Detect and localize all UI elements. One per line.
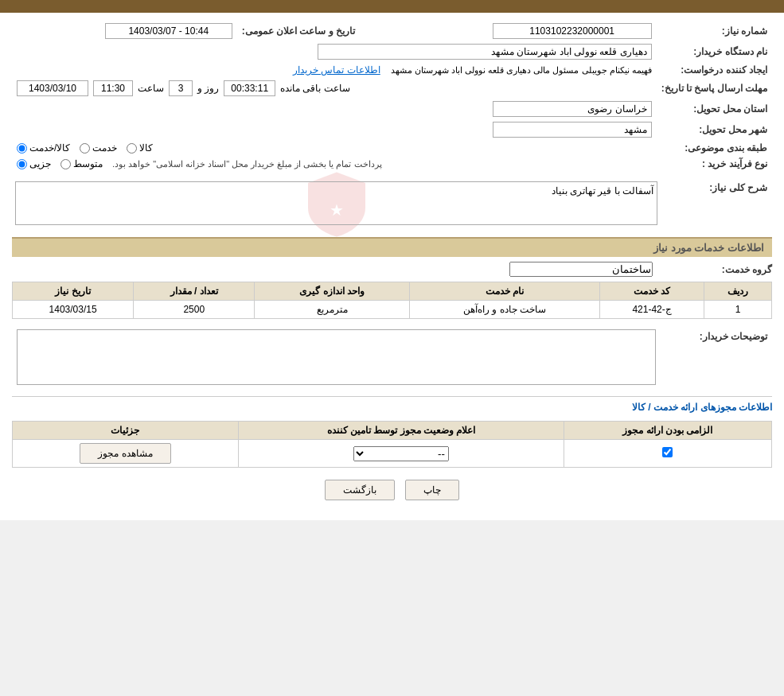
shahr-input[interactable] (493, 122, 652, 138)
main-content: شماره نیاز: تاریخ و ساعت اعلان عمومی: نا… (0, 13, 784, 520)
bazgasht-button[interactable]: بازگشت (325, 480, 395, 500)
table-row: 1ج-42-421ساخت جاده و راه‌آهنمترمربع25001… (13, 301, 772, 319)
col-tarikh: تاریخ نیاز (13, 282, 134, 301)
ostan-label: استان محل تحویل: (657, 99, 772, 119)
taarikh-value (12, 21, 237, 41)
tabaqe-khedmat-item: خدمت (80, 142, 117, 154)
tabaqe-cell: کالا خدمت کالا/خدمت (12, 140, 657, 156)
noeFarayand-motavasset-item: متوسط (60, 158, 103, 169)
tabaqe-kala-radio[interactable] (127, 143, 137, 154)
tabaqe-kala-label: کالا (139, 142, 153, 154)
mohlat-label: مهلت ارسال پاسخ تا تاریخ: (657, 78, 772, 99)
chap-button[interactable]: چاپ (405, 480, 459, 500)
noeFarayand-motavasset-label: متوسط (73, 158, 103, 169)
mohlat-saat-input[interactable] (93, 80, 133, 96)
mojawez-joziyat-button[interactable]: مشاهده مجوز (80, 443, 170, 464)
mojawez-ealam-cell: -- (238, 440, 564, 468)
noeFarayand-note: پرداخت تمام یا بخشی از مبلغ خریدار محل "… (112, 159, 382, 169)
shomareNiaz-value (379, 21, 657, 41)
top-info-table: شماره نیاز: تاریخ و ساعت اعلان عمومی: نا… (12, 21, 772, 172)
col-kod: کد خدمت (600, 282, 704, 301)
namDastgah-input[interactable] (318, 44, 652, 60)
mojawez-table: الزامی بودن ارائه مجوز اعلام وضعیت مجوز … (12, 421, 772, 468)
ijadKonande-cell: فهیمه نیکنام جویبلی مسئول مالی دهیاری قل… (12, 62, 657, 78)
ijadKonande-link[interactable]: اطلاعات تماس خریدار (293, 64, 380, 76)
shahr-value (12, 119, 657, 140)
col-nam: نام خدمت (410, 282, 600, 301)
mojawez-section-title: اطلاعات مجوزهای ارائه خدمت / کالا (12, 396, 772, 416)
ostan-input[interactable] (493, 101, 652, 117)
noeFarayand-jozvi-radio[interactable] (17, 159, 27, 169)
noeFarayand-motavasset-radio[interactable] (60, 159, 71, 169)
taarikh-label: تاریخ و ساعت اعلان عمومی: (237, 21, 379, 41)
cell-vahed: مترمربع (255, 301, 410, 319)
sharh-table: شرح کلی نیاز: ★ (12, 178, 772, 231)
sharh-label: شرح کلی نیاز: (661, 178, 772, 231)
tabaqe-kala-khedmat-label: کالا/خدمت (29, 142, 70, 154)
col-radif: ردیف (704, 282, 772, 301)
tawzih-label: توضیحات خریدار: (661, 327, 772, 390)
ijadKonande-label: ایجاد کننده درخواست: (657, 62, 772, 78)
noeFarayand-cell: پرداخت تمام یا بخشی از مبلغ خریدار محل "… (12, 156, 657, 172)
sharh-cell: ★ (12, 178, 661, 231)
noeFarayand-jozvi-label: جزیی (29, 158, 51, 169)
sharh-textarea[interactable] (15, 181, 657, 225)
services-table: ردیف کد خدمت نام خدمت واحد اندازه گیری ت… (12, 282, 772, 319)
button-row: چاپ بازگشت (12, 468, 772, 512)
mojawez-elzami-checkbox[interactable] (662, 447, 673, 457)
cell-nam: ساخت جاده و راه‌آهن (410, 301, 600, 319)
mojawez-row: --مشاهده مجوز (13, 440, 772, 468)
ostan-value (12, 99, 657, 119)
tabaqe-kala-khedmat-item: کالا/خدمت (17, 142, 70, 154)
grouh-input[interactable] (509, 262, 653, 277)
namDastgah-value (12, 41, 657, 62)
col-vahed: واحد اندازه گیری (255, 282, 410, 301)
mohlat-baghi: 00:33:11 (224, 80, 275, 96)
mohlat-roz-input[interactable] (169, 80, 193, 96)
page-wrapper: شماره نیاز: تاریخ و ساعت اعلان عمومی: نا… (0, 0, 784, 520)
tabaqe-khedmat-label: خدمت (92, 142, 117, 154)
cell-tarikh: 1403/03/15 (13, 301, 134, 319)
mojawez-elzami-cell (564, 440, 771, 468)
tawzih-cell (12, 327, 661, 390)
col-tedad: تعداد / مقدار (134, 282, 255, 301)
noeFarayand-label: نوع فرآیند خرید : (657, 156, 772, 172)
mohlat-saat-label: ساعت (138, 83, 164, 94)
tabaqe-label: طبقه بندی موضوعی: (657, 140, 772, 156)
shomareNiaz-input[interactable] (493, 23, 652, 39)
mojawez-col-joziyat: جزئیات (13, 422, 239, 440)
mojawez-joziyat-cell: مشاهده مجوز (13, 440, 239, 468)
services-section-title: اطلاعات خدمات مورد نیاز (12, 237, 772, 257)
cell-kod: ج-42-421 (600, 301, 704, 319)
shahr-label: شهر محل تحویل: (657, 119, 772, 140)
cell-radif: 1 (704, 301, 772, 319)
mojawez-col-ealam: اعلام وضعیت مجوز توسط تامین کننده (238, 422, 564, 440)
grouh-row: گروه خدمت: (12, 262, 772, 277)
tabaqe-khedmat-radio[interactable] (80, 143, 90, 154)
page-header (0, 0, 784, 13)
cell-tedad: 2500 (134, 301, 255, 319)
grouh-label: گروه خدمت: (661, 264, 772, 275)
mohlat-cell: ساعت باقی مانده 00:33:11 روز و ساعت (12, 78, 657, 99)
noeFarayand-jozvi-item: جزیی (17, 158, 51, 169)
mohlat-date-input[interactable] (17, 80, 88, 96)
sharh-section: شرح کلی نیاز: ★ (12, 178, 772, 231)
shomareNiaz-label: شماره نیاز: (657, 21, 772, 41)
mojawez-col-elzami: الزامی بودن ارائه مجوز (564, 422, 771, 440)
mohlat-roz-label: روز و (197, 83, 219, 94)
ijadKonande-value: فهیمه نیکنام جویبلی مسئول مالی دهیاری قل… (391, 65, 652, 75)
tabaqe-kala-item: کالا (127, 142, 153, 154)
mohlat-baghi-label: ساعت باقی مانده (280, 83, 350, 94)
tawzih-table: توضیحات خریدار: (12, 327, 772, 390)
taarikh-input[interactable] (105, 23, 232, 39)
namDastgah-label: نام دستگاه خریدار: (657, 41, 772, 62)
tabaqe-kala-khedmat-radio[interactable] (17, 143, 27, 154)
mojawez-ealam-select[interactable]: -- (353, 446, 449, 461)
tawzih-textarea[interactable] (17, 329, 656, 385)
